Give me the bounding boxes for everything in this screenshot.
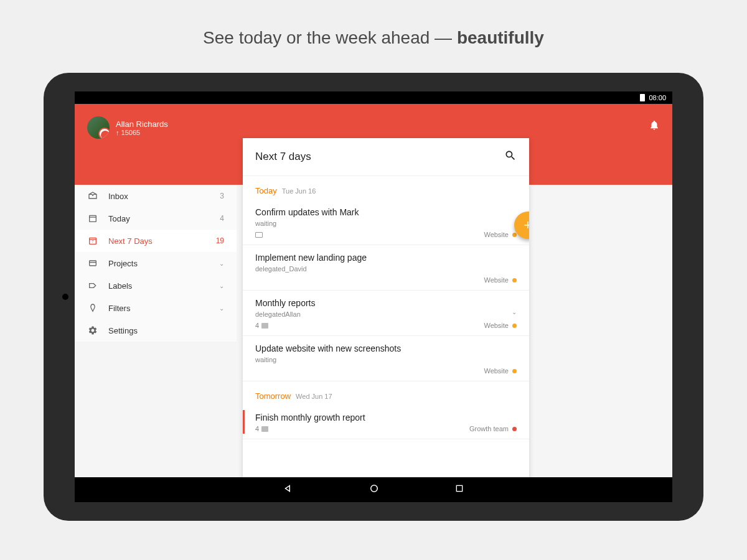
sidebar-item-label: Settings xyxy=(108,326,224,335)
section-date: Wed Jun 17 xyxy=(296,393,332,400)
tablet-frame: 08:00 Allan Richards ↑ 15065 Inbox 3 Tod… xyxy=(44,73,703,521)
camera-dot xyxy=(62,294,68,300)
svg-rect-8 xyxy=(456,485,462,491)
task-title: Monthly reports xyxy=(255,298,517,308)
task-title: Finish monthly growth report xyxy=(255,413,517,422)
bell-icon[interactable] xyxy=(649,119,660,133)
sidebar-item-projects[interactable]: Projects ⌄ xyxy=(75,252,237,274)
marketing-prefix: See today or the week ahead — xyxy=(203,28,457,47)
task-meta-left: 4 xyxy=(255,425,268,432)
mail-icon xyxy=(255,232,263,238)
status-time: 08:00 xyxy=(649,94,666,101)
labels-icon xyxy=(87,281,98,291)
today-icon xyxy=(87,213,98,223)
plus-icon: + xyxy=(524,217,529,233)
settings-icon xyxy=(87,325,98,335)
task-subtitle: delegated_David xyxy=(255,265,517,273)
sidebar-item-today[interactable]: Today 4 xyxy=(75,207,237,230)
comment-count: 4 xyxy=(255,425,259,432)
task-subtitle: delegatedAllan xyxy=(255,310,517,318)
section-date: Tue Jun 16 xyxy=(282,187,316,195)
task-title: Confirm updates with Mark xyxy=(255,207,517,217)
back-button[interactable] xyxy=(283,483,294,497)
section-header: TodayTue Jun 16 xyxy=(243,176,529,200)
projects-icon xyxy=(87,258,98,268)
task-item[interactable]: Monthly reports delegatedAllan 4 Website… xyxy=(243,291,529,336)
battery-icon xyxy=(640,94,645,101)
filters-icon xyxy=(87,303,98,313)
android-nav-bar xyxy=(75,477,672,502)
sidebar-item-labels[interactable]: Labels ⌄ xyxy=(75,274,237,297)
task-subtitle: waiting xyxy=(255,356,517,363)
project-dot-icon xyxy=(512,369,517,373)
section-label: Today xyxy=(255,186,277,195)
task-project: Website xyxy=(484,367,517,375)
task-item[interactable]: Update website with new screenshots wait… xyxy=(243,336,529,381)
recent-button[interactable] xyxy=(454,483,464,496)
user-name: Allan Richards xyxy=(116,119,168,129)
svg-rect-0 xyxy=(90,215,96,222)
main-card: + Next 7 days TodayTue Jun 16Confirm upd… xyxy=(243,138,529,496)
task-meta-left: 4 xyxy=(255,322,268,329)
sidebar-item-next-7-days[interactable]: 7 Next 7 Days 19 xyxy=(75,230,237,252)
chevron-down-icon: ⌄ xyxy=(219,260,224,267)
status-bar: 08:00 xyxy=(75,91,672,104)
task-project: Website xyxy=(484,231,517,238)
comment-count: 4 xyxy=(255,322,259,329)
project-dot-icon xyxy=(512,324,517,328)
svg-text:7: 7 xyxy=(92,240,94,243)
week-icon: 7 xyxy=(87,236,98,246)
sidebar-item-label: Labels xyxy=(108,281,209,291)
task-project: Website xyxy=(484,322,517,329)
sidebar: Inbox 3 Today 4 7 Next 7 Days 19 Project… xyxy=(75,185,237,342)
section-header: TomorrowWed Jun 17 xyxy=(243,381,529,405)
task-project: Growth team xyxy=(469,425,517,432)
sidebar-item-filters[interactable]: Filters ⌄ xyxy=(75,297,237,319)
chevron-down-icon: ⌄ xyxy=(219,282,224,289)
sidebar-item-count: 19 xyxy=(216,236,224,245)
home-button[interactable] xyxy=(369,483,380,497)
sidebar-item-label: Filters xyxy=(108,304,209,313)
svg-point-7 xyxy=(371,485,378,492)
project-dot-icon xyxy=(512,427,517,431)
sidebar-item-inbox[interactable]: Inbox 3 xyxy=(75,185,237,207)
card-header: Next 7 days xyxy=(243,138,529,176)
comment-icon xyxy=(261,426,268,432)
task-item[interactable]: Finish monthly growth report 4 Growth te… xyxy=(243,405,529,439)
task-subtitle: waiting xyxy=(255,220,517,227)
sidebar-item-label: Next 7 Days xyxy=(108,236,206,246)
sidebar-item-settings[interactable]: Settings xyxy=(75,319,237,342)
avatar-badge-icon xyxy=(101,131,110,139)
marketing-emphasis: beautifully xyxy=(457,28,544,47)
task-item[interactable]: Confirm updates with Mark waiting Websit… xyxy=(243,200,529,245)
sidebar-item-label: Projects xyxy=(108,259,209,268)
user-karma: ↑ 15065 xyxy=(116,129,168,136)
chevron-down-icon[interactable]: ⌄ xyxy=(512,309,517,315)
svg-rect-5 xyxy=(90,261,96,266)
user-section[interactable]: Allan Richards ↑ 15065 xyxy=(87,116,168,139)
marketing-tagline: See today or the week ahead — beautifull… xyxy=(0,0,747,73)
task-meta-left xyxy=(255,232,263,238)
sidebar-item-label: Today xyxy=(108,214,210,223)
task-title: Update website with new screenshots xyxy=(255,343,517,353)
chevron-down-icon: ⌄ xyxy=(219,305,224,312)
inbox-icon xyxy=(87,191,98,201)
card-title: Next 7 days xyxy=(255,151,311,163)
sidebar-item-label: Inbox xyxy=(108,192,210,201)
project-dot-icon xyxy=(512,278,517,282)
search-icon[interactable] xyxy=(504,149,517,164)
task-project: Website xyxy=(484,276,517,284)
task-item[interactable]: Implement new landing page delegated_Dav… xyxy=(243,245,529,291)
screen: 08:00 Allan Richards ↑ 15065 Inbox 3 Tod… xyxy=(75,91,672,502)
comment-icon xyxy=(261,323,268,329)
task-title: Implement new landing page xyxy=(255,253,517,263)
sidebar-item-count: 4 xyxy=(220,214,224,223)
sidebar-item-count: 3 xyxy=(220,192,224,200)
section-label: Tomorrow xyxy=(255,391,291,401)
avatar[interactable] xyxy=(87,116,110,139)
